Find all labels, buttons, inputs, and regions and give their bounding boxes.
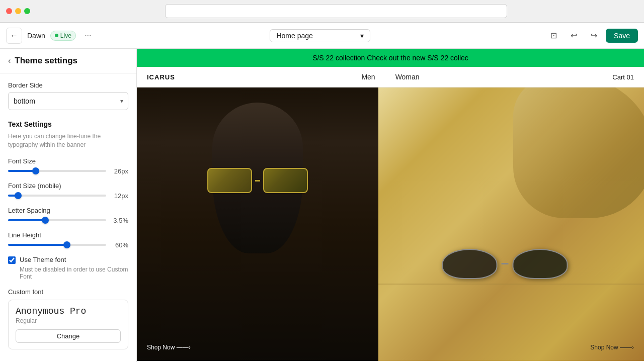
font-card: Anonymous Pro Regular Change bbox=[8, 300, 128, 349]
hero-left-cta[interactable]: Shop Now ——› bbox=[147, 344, 191, 351]
toolbar-left: ← Dawn Live ··· bbox=[6, 28, 95, 44]
nav-cart[interactable]: Cart 01 bbox=[512, 73, 634, 81]
font-size-mobile-row: Font Size (mobile) 12px bbox=[8, 182, 128, 200]
use-theme-font-row: Use Theme font bbox=[8, 256, 128, 264]
browser-titlebar bbox=[0, 0, 644, 22]
use-theme-font-hint: Must be disabled in order to use Custom … bbox=[20, 266, 128, 280]
browser-addressbar bbox=[34, 4, 638, 18]
site-nav: ICARUS Men Woman Cart 01 bbox=[137, 67, 644, 87]
border-side-select[interactable]: bottom top left right bbox=[8, 92, 128, 110]
browser-chrome bbox=[0, 0, 644, 23]
toolbar-right: ⊡ ↩ ↪ Save bbox=[545, 28, 638, 44]
nav-women[interactable]: Woman bbox=[395, 73, 420, 81]
undo-button[interactable]: ↩ bbox=[566, 28, 582, 44]
letter-spacing-track bbox=[8, 219, 106, 221]
main-layout: ‹ Theme settings Border Side bottom top … bbox=[0, 49, 644, 362]
live-label: Live bbox=[60, 32, 71, 39]
live-dot-icon bbox=[55, 34, 58, 37]
line-height-slider-container: 60% bbox=[8, 241, 128, 249]
text-settings-description: Here you can change fine-tune the typogr… bbox=[8, 132, 128, 149]
sidebar-title: Theme settings bbox=[15, 56, 77, 66]
font-size-mobile-track bbox=[8, 195, 106, 197]
stone-shape bbox=[513, 87, 644, 218]
change-font-button[interactable]: Change bbox=[16, 329, 121, 343]
hero-left: Shop Now ——› bbox=[137, 87, 378, 361]
monitor-button[interactable]: ⊡ bbox=[545, 28, 561, 44]
letter-spacing-value: 3.5% bbox=[110, 217, 128, 224]
font-size-label: Font Size bbox=[8, 157, 128, 165]
sidebar-header: ‹ Theme settings bbox=[0, 49, 136, 73]
sunglasses-shape bbox=[207, 168, 308, 196]
traffic-lights bbox=[6, 8, 30, 14]
line-height-thumb[interactable] bbox=[63, 241, 70, 248]
editor-toolbar: ← Dawn Live ··· Home page ▾ ⊡ ↩ ↪ Save bbox=[0, 23, 644, 49]
hero-section: Shop Now ——› bbox=[137, 87, 644, 361]
save-button[interactable]: Save bbox=[606, 29, 638, 43]
maximize-button[interactable] bbox=[24, 8, 30, 14]
announcement-bar: S/S 22 collection Check out the new S/S … bbox=[137, 49, 644, 67]
editor-back-button[interactable]: ← bbox=[6, 28, 22, 44]
text-settings-title: Text Settings bbox=[8, 120, 128, 128]
line-height-track bbox=[8, 244, 106, 246]
minimize-button[interactable] bbox=[15, 8, 21, 14]
letter-spacing-fill bbox=[8, 219, 45, 221]
chevron-down-icon: ▾ bbox=[360, 32, 364, 40]
redo-button[interactable]: ↪ bbox=[586, 28, 602, 44]
use-theme-font-label: Use Theme font bbox=[20, 256, 66, 263]
line-height-fill bbox=[8, 244, 67, 246]
preview-frame: S/S 22 collection Check out the new S/S … bbox=[137, 49, 644, 362]
border-side-label: Border Side bbox=[8, 81, 128, 89]
monitor-icon: ⊡ bbox=[550, 31, 557, 40]
more-options-button[interactable]: ··· bbox=[81, 29, 95, 43]
address-input[interactable] bbox=[165, 4, 507, 18]
sidebar-back-button[interactable]: ‹ bbox=[8, 56, 11, 65]
line-height-value: 60% bbox=[110, 241, 128, 249]
more-icon: ··· bbox=[85, 31, 91, 40]
line-height-label: Line Height bbox=[8, 231, 128, 239]
font-size-thumb[interactable] bbox=[32, 167, 39, 174]
font-style: Regular bbox=[16, 317, 121, 324]
font-size-row: Font Size 26px bbox=[8, 157, 128, 175]
use-theme-font-checkbox[interactable] bbox=[8, 256, 16, 264]
letter-spacing-slider-container: 3.5% bbox=[8, 217, 128, 224]
custom-font-label: Custom font bbox=[8, 288, 128, 296]
border-side-select-wrap: bottom top left right ▾ bbox=[8, 92, 128, 110]
preview-area: S/S 22 collection Check out the new S/S … bbox=[137, 49, 644, 362]
hero-right: Shop Now ——› bbox=[378, 87, 644, 361]
font-size-slider-container: 26px bbox=[8, 167, 128, 175]
font-size-value: 26px bbox=[110, 167, 128, 175]
table-line bbox=[378, 284, 644, 285]
back-arrow-icon: ← bbox=[10, 31, 18, 40]
font-size-track bbox=[8, 170, 106, 172]
close-button[interactable] bbox=[6, 8, 12, 14]
letter-spacing-label: Letter Spacing bbox=[8, 207, 128, 214]
page-selector-value: Home page bbox=[276, 32, 312, 40]
live-badge: Live bbox=[50, 31, 76, 41]
undo-icon: ↩ bbox=[571, 31, 577, 40]
font-name: Anonymous Pro bbox=[16, 306, 121, 316]
letter-spacing-thumb[interactable] bbox=[42, 217, 49, 224]
hero-right-image bbox=[378, 87, 644, 361]
letter-spacing-row: Letter Spacing 3.5% bbox=[8, 207, 128, 224]
hero-right-cta[interactable]: Shop Now ——› bbox=[590, 344, 634, 351]
font-size-mobile-label: Font Size (mobile) bbox=[8, 182, 128, 190]
font-size-fill bbox=[8, 170, 36, 172]
table-sunglasses bbox=[442, 249, 568, 279]
hero-left-image bbox=[137, 87, 378, 361]
redo-icon: ↪ bbox=[591, 31, 597, 40]
font-size-mobile-thumb[interactable] bbox=[15, 192, 22, 199]
font-size-mobile-slider-container: 12px bbox=[8, 192, 128, 200]
font-size-mobile-value: 12px bbox=[110, 192, 128, 200]
nav-men[interactable]: Men bbox=[361, 73, 375, 81]
sidebar-content: Border Side bottom top left right ▾ Text… bbox=[0, 73, 136, 357]
line-height-row: Line Height 60% bbox=[8, 231, 128, 249]
toolbar-center: Home page ▾ bbox=[100, 29, 540, 42]
nav-links: Men Woman bbox=[269, 73, 512, 81]
sidebar: ‹ Theme settings Border Side bottom top … bbox=[0, 49, 137, 362]
page-selector[interactable]: Home page ▾ bbox=[270, 29, 370, 42]
site-logo: ICARUS bbox=[147, 73, 269, 81]
theme-name-label: Dawn bbox=[27, 32, 45, 40]
